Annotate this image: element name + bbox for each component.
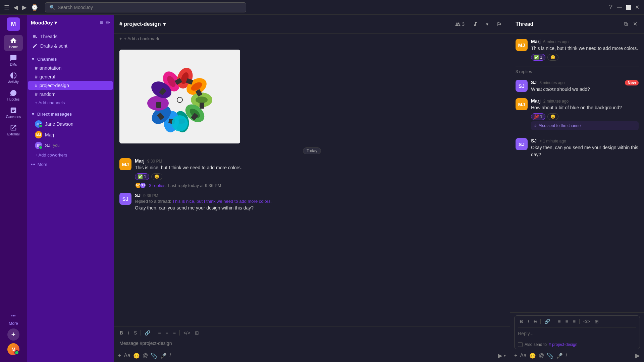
thread-reaction-add[interactable]: 😊: [547, 54, 558, 61]
replied-to-link[interactable]: This is nice, but I think we need to add…: [172, 199, 272, 204]
emoji-button[interactable]: 😊: [133, 353, 140, 359]
reaction-add-button[interactable]: 😊: [151, 173, 162, 180]
thread-format-bold[interactable]: B: [518, 318, 525, 325]
msg-author-sj[interactable]: SJ: [135, 193, 141, 198]
dm-item-jane[interactable]: JD Jane Dawson: [28, 119, 113, 129]
thread-reaction-check[interactable]: ✅ 1: [531, 54, 545, 61]
thread-author-marj-2[interactable]: Marj: [531, 98, 541, 104]
thread-indent[interactable]: ≡: [571, 318, 577, 325]
thread-send-button[interactable]: ▶: [635, 352, 640, 359]
send-options-button[interactable]: ▾: [504, 353, 506, 358]
channel-item-random[interactable]: # random: [28, 90, 113, 99]
add-content-button[interactable]: +: [118, 353, 121, 359]
channel-item-general[interactable]: # general: [28, 72, 113, 81]
audio-button[interactable]: [470, 20, 481, 28]
sidebar-item-huddles[interactable]: Huddles: [4, 87, 23, 103]
workspace-name[interactable]: MoodJoy ▾: [31, 20, 57, 26]
more-label[interactable]: More: [9, 321, 18, 326]
code-button[interactable]: </>: [182, 329, 192, 337]
format-bold-button[interactable]: B: [118, 329, 125, 337]
msg-author-marj[interactable]: Marj: [135, 158, 145, 164]
format-strikethrough-button[interactable]: S: [132, 329, 139, 337]
channels-section-header[interactable]: ▼ Channels: [27, 55, 114, 64]
thread-insert-link[interactable]: 🔗: [543, 318, 552, 325]
channel-item-project-design[interactable]: # project-design: [28, 81, 113, 90]
history-button[interactable]: ⌚: [31, 4, 38, 11]
thread-more-formats[interactable]: ⊞: [593, 318, 600, 325]
help-button[interactable]: ?: [608, 4, 614, 10]
indent-button[interactable]: ≡: [171, 329, 177, 337]
hamburger-icon[interactable]: ☰: [4, 4, 9, 11]
unordered-list-button[interactable]: ≡: [164, 329, 170, 337]
thread-attach-button[interactable]: 📎: [547, 353, 553, 359]
insert-link-button[interactable]: 🔗: [143, 329, 152, 337]
thread-emoji-button[interactable]: 😊: [529, 353, 536, 359]
dm-item-marj[interactable]: MJ Marj: [28, 129, 113, 140]
sidebar-item-home[interactable]: Home: [4, 35, 23, 51]
user-avatar[interactable]: M: [7, 343, 19, 355]
workspace-logo[interactable]: M: [7, 17, 20, 31]
add-channels-button[interactable]: + Add channels: [28, 99, 113, 107]
close-button[interactable]: ✕: [634, 4, 640, 10]
compose-button[interactable]: ✏: [106, 19, 110, 26]
thread-reaction-add-2[interactable]: 😊: [547, 113, 558, 120]
replies-bar[interactable]: MJ SJ 3 replies Last reply today at 9:36…: [135, 182, 504, 189]
add-coworkers-button[interactable]: + Add coworkers: [28, 151, 113, 159]
send-button[interactable]: ▶: [498, 352, 502, 359]
sidebar-item-external[interactable]: External: [4, 122, 23, 138]
back-button[interactable]: ◀: [13, 4, 18, 11]
thread-reaction-100[interactable]: 💯 1: [531, 113, 545, 120]
thread-unordered-list[interactable]: ≡: [564, 318, 570, 325]
search-bar[interactable]: 🔍 Search MoodJoy: [45, 2, 246, 12]
minimize-button[interactable]: ─: [616, 4, 623, 10]
thread-author-marj[interactable]: Marj: [531, 39, 541, 44]
format-italic-button[interactable]: I: [126, 329, 131, 337]
mention-button[interactable]: @: [143, 353, 148, 359]
also-send-checkbox[interactable]: [518, 342, 523, 347]
sidebar-item-activity[interactable]: Activity: [4, 70, 23, 86]
reaction-checkmark[interactable]: ✅ 1: [135, 173, 149, 180]
date-badge[interactable]: Today: [303, 147, 321, 154]
members-button[interactable]: 3: [452, 20, 467, 28]
thread-expand-button[interactable]: ⧉: [623, 19, 629, 28]
thread-text-style[interactable]: Aa: [520, 353, 527, 359]
message-input[interactable]: Message #project-design: [118, 339, 506, 351]
bookmark-bar[interactable]: + + Add a bookmark: [114, 34, 510, 44]
more-dots[interactable]: •••: [11, 313, 16, 318]
forward-button[interactable]: ▶: [22, 4, 27, 11]
thread-ordered-list[interactable]: ≡: [556, 318, 562, 325]
slash-command-button[interactable]: /: [169, 353, 171, 359]
thread-format-italic[interactable]: I: [526, 318, 531, 325]
add-workspace-button[interactable]: +: [7, 328, 19, 341]
sidebar-item-canvases[interactable]: Canvases: [4, 105, 23, 121]
thread-mention-button[interactable]: @: [539, 353, 544, 359]
thread-slash-button[interactable]: /: [566, 353, 567, 359]
thread-composer: B I S 🔗 ≡ ≡ ≡ </> ⊞ Reply... Also send: [510, 312, 644, 362]
thread-author-sj-2[interactable]: SJ: [531, 138, 537, 143]
thread-add-button[interactable]: +: [514, 353, 517, 359]
filter-button[interactable]: ≡: [100, 19, 103, 26]
thread-code[interactable]: </>: [582, 318, 592, 325]
dm-item-sj[interactable]: SJ SJ you: [28, 140, 113, 151]
maximize-button[interactable]: ⬜: [625, 4, 631, 10]
channel-title[interactable]: # project-design ▾: [119, 21, 166, 27]
thread-format-strike[interactable]: S: [532, 318, 538, 325]
audio-chevron[interactable]: ▾: [483, 20, 491, 28]
audio-compose-button[interactable]: 🎤: [160, 353, 167, 359]
thread-author-sj-1[interactable]: SJ: [531, 80, 537, 85]
thread-reply-input[interactable]: Reply...: [518, 329, 636, 340]
sidebar-item-dms[interactable]: DMs: [4, 52, 23, 68]
nav-item-threads[interactable]: Threads: [28, 32, 113, 41]
sidebar-more[interactable]: ••• More: [27, 159, 114, 170]
more-formats-button[interactable]: ⊞: [193, 329, 201, 337]
ordered-list-button[interactable]: ≡: [156, 329, 162, 337]
channel-item-annotation[interactable]: # annotation: [28, 64, 113, 72]
nav-item-drafts[interactable]: Drafts & sent: [28, 41, 113, 51]
text-style-button[interactable]: Aa: [124, 353, 130, 359]
add-to-channel-button[interactable]: [494, 20, 504, 28]
design-image: [119, 50, 240, 143]
thread-mic-button[interactable]: 🎤: [556, 353, 563, 359]
thread-close-button[interactable]: ✕: [632, 19, 639, 28]
dm-section-header[interactable]: ▼ Direct messages: [27, 110, 114, 119]
attach-button[interactable]: 📎: [151, 353, 157, 359]
